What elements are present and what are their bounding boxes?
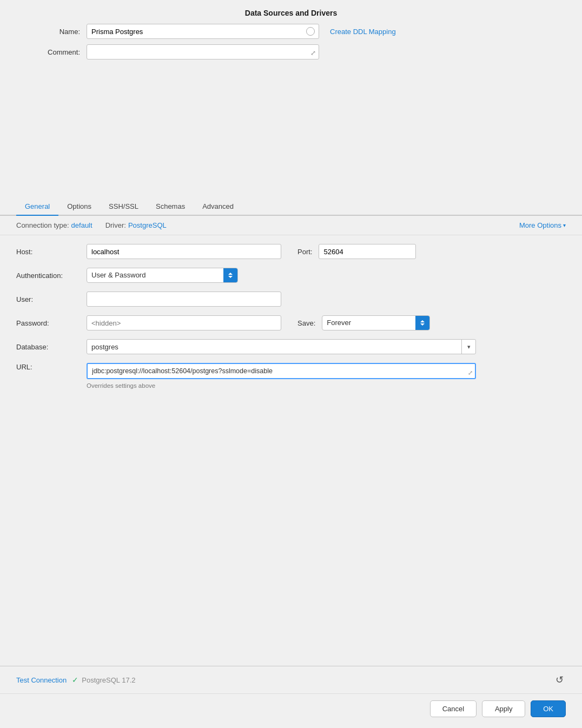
authentication-select-value: User & Password (87, 268, 223, 283)
status-bar: Test Connection ✓ PostgreSQL 17.2 ↺ (0, 666, 582, 693)
url-expand-icon[interactable]: ⤢ (468, 369, 473, 376)
tabs-container: General Options SSH/SSL Schemas Advanced (0, 198, 582, 216)
connection-success-icon: ✓ (72, 676, 78, 684)
cancel-button[interactable]: Cancel (430, 700, 477, 717)
comment-expand-icon[interactable]: ⤢ (310, 49, 316, 57)
db-version-label: PostgreSQL 17.2 (82, 676, 135, 684)
host-label: Host: (16, 248, 87, 256)
save-arrow-up-icon (420, 320, 425, 322)
tab-sshssl[interactable]: SSH/SSL (100, 198, 147, 216)
conn-type-label: Connection type: (16, 221, 69, 229)
arrow-up-icon (228, 273, 233, 275)
port-label: Port: (297, 248, 312, 256)
test-connection-button[interactable]: Test Connection (16, 676, 67, 684)
refresh-button[interactable]: ↺ (553, 672, 566, 688)
conn-type-value[interactable]: default (71, 221, 92, 229)
dialog-title: Data Sources and Drivers (0, 0, 582, 24)
database-select[interactable]: postgres ▾ (87, 339, 476, 354)
database-select-value: postgres (87, 343, 461, 351)
port-input[interactable] (319, 244, 416, 259)
ok-button[interactable]: OK (531, 700, 566, 717)
password-label: Password: (16, 319, 87, 327)
user-label: User: (16, 295, 87, 303)
name-clear-icon[interactable] (306, 27, 315, 36)
more-options-button[interactable]: More Options ▾ (519, 221, 566, 229)
password-input[interactable] (87, 315, 281, 330)
database-chevron-icon[interactable]: ▾ (461, 340, 475, 354)
url-label: URL: (16, 363, 87, 371)
name-label: Name: (16, 28, 87, 36)
authentication-select-arrows[interactable] (223, 268, 237, 283)
host-input[interactable] (87, 244, 281, 259)
dialog-buttons: Cancel Apply OK (0, 693, 582, 728)
conn-driver-label: Driver: (105, 221, 126, 229)
tab-general[interactable]: General (16, 198, 58, 216)
save-arrow-down-icon (420, 323, 425, 326)
save-select[interactable]: Forever (322, 315, 430, 330)
comment-label: Comment: (16, 48, 87, 56)
url-overrides-hint: Overrides settings above (16, 382, 566, 389)
create-ddl-link[interactable]: Create DDL Mapping (330, 28, 396, 36)
connection-bar: Connection type: default Driver: Postgre… (0, 216, 582, 235)
url-input-wrap: ⤢ (87, 363, 476, 379)
url-input[interactable] (87, 363, 476, 379)
conn-driver-value[interactable]: PostgreSQL (128, 221, 167, 229)
tab-schemas[interactable]: Schemas (147, 198, 194, 216)
tab-advanced[interactable]: Advanced (194, 198, 242, 216)
tab-options[interactable]: Options (58, 198, 100, 216)
save-select-arrows[interactable] (415, 315, 429, 330)
database-label: Database: (16, 343, 87, 351)
apply-button[interactable]: Apply (482, 700, 525, 717)
user-input[interactable] (87, 292, 281, 307)
authentication-select[interactable]: User & Password (87, 268, 238, 283)
save-label: Save: (297, 319, 315, 327)
authentication-label: Authentication: (16, 272, 87, 280)
arrow-down-icon (228, 276, 233, 278)
chevron-down-icon: ▾ (563, 222, 566, 228)
save-select-value: Forever (322, 315, 415, 330)
comment-input[interactable] (87, 44, 319, 59)
name-input[interactable] (87, 24, 319, 39)
